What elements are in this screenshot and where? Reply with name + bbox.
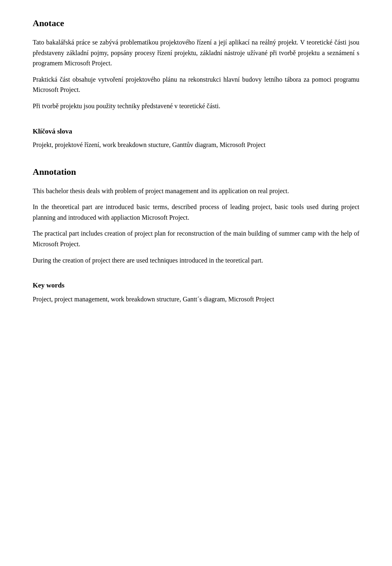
annotation-paragraph4: During the creation of project there are…: [33, 255, 359, 266]
annotation-paragraph3: The practical part includes creation of …: [33, 228, 359, 249]
anotace-title: Anotace: [33, 16, 359, 30]
klicova-slova-content: Projekt, projektové řízení, work breakdo…: [33, 140, 359, 150]
annotation-paragraph1: This bachelor thesis deals with problem …: [33, 186, 359, 196]
anotace-section: Anotace Tato bakalářská práce se zabývá …: [33, 16, 359, 111]
klicova-slova-section: Klíčová slova Projekt, projektové řízení…: [33, 126, 359, 150]
annotation-paragraph2: In the theoretical part are introduced b…: [33, 202, 359, 223]
anotace-paragraph3: Při tvorbě projektu jsou použity technik…: [33, 101, 359, 111]
key-words-content: Project, project management, work breakd…: [33, 294, 359, 305]
anotace-paragraph2: Praktická část obsahuje vytvoření projek…: [33, 74, 359, 95]
key-words-section: Key words Project, project management, w…: [33, 280, 359, 304]
annotation-section: Annotation This bachelor thesis deals wi…: [33, 165, 359, 266]
annotation-title: Annotation: [33, 165, 359, 178]
klicova-slova-title: Klíčová slova: [33, 126, 359, 137]
key-words-title: Key words: [33, 280, 359, 291]
anotace-paragraph1: Tato bakalářská práce se zabývá problema…: [33, 37, 359, 69]
